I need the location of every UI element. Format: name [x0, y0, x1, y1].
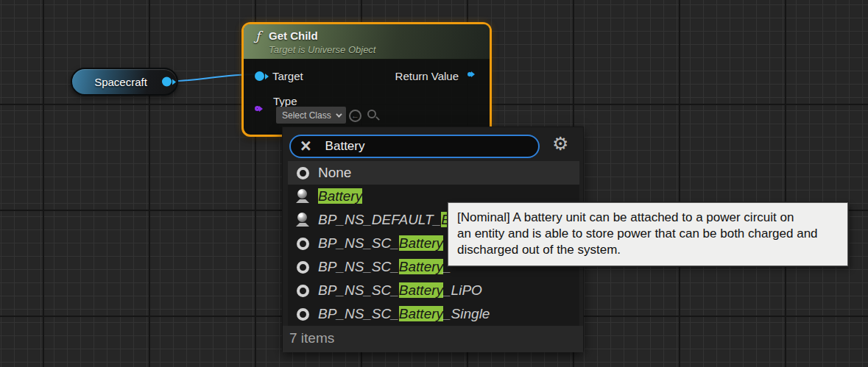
blueprint-watermark: BLUEPRINT	[546, 354, 868, 367]
picker-settings-gear-icon[interactable]: ⚙	[552, 133, 568, 154]
class-option-row[interactable]: BP_NS_SC_Battery_LiPO	[288, 279, 579, 302]
class-option-row[interactable]: BP_NS_SC_Battery_Single	[288, 302, 579, 326]
class-ring-icon	[295, 259, 311, 275]
select-class-label: Select Class	[282, 110, 331, 121]
picker-item-count: 7 items	[283, 326, 583, 352]
return-value-output-pin[interactable]	[467, 72, 472, 76]
chevron-down-icon	[336, 111, 342, 117]
class-search-input[interactable]: × Battery	[289, 135, 540, 158]
tooltip-text: [Nominal] A battery unit can be attached…	[457, 210, 839, 258]
class-option-label: BP_NS_SC_Battery_	[318, 259, 451, 275]
class-ring-icon	[295, 282, 311, 299]
select-class-dropdown[interactable]: Select Class	[276, 107, 346, 124]
spacecraft-variable-node[interactable]: Spacecraft	[71, 68, 178, 96]
pin-wedge	[172, 79, 176, 85]
type-pin-label: Type	[273, 95, 297, 107]
type-input-pin[interactable]	[255, 106, 260, 111]
class-option-label: BP_NS_SC_Battery	[318, 235, 443, 252]
class-option-label: BP_NS_SC_Battery_LiPO	[318, 282, 482, 299]
target-input-pin[interactable]	[255, 71, 264, 81]
clear-search-icon[interactable]: ×	[300, 137, 311, 155]
class-option-label: None	[318, 165, 351, 181]
function-icon: ƒ	[255, 29, 260, 43]
class-option-row[interactable]: None	[288, 161, 579, 185]
get-child-node-header[interactable]: ƒ Get Child Target is Universe Object	[244, 24, 490, 60]
pin-wedge	[259, 106, 263, 112]
use-selected-asset-icon[interactable]: ←	[349, 110, 361, 122]
node-title: Get Child	[269, 29, 318, 42]
spacecraft-node-label: Spacecraft	[94, 76, 147, 88]
spacecraft-output-pin[interactable]	[162, 77, 172, 87]
target-pin-label: Target	[272, 70, 303, 82]
object-orb-icon	[295, 188, 311, 204]
class-ring-icon	[295, 235, 311, 252]
pin-wedge	[471, 71, 475, 77]
blueprint-graph-canvas[interactable]: BLUEPRINT Spacecraft ƒ Get Child Target …	[0, 0, 868, 367]
pin-wedge	[265, 74, 269, 79]
browse-search-icon[interactable]	[367, 110, 376, 118]
class-ring-icon	[295, 165, 311, 181]
tooltip: [Nominal] A battery unit can be attached…	[448, 202, 848, 266]
class-option-label: BP_NS_SC_Battery_Single	[318, 306, 490, 322]
class-ring-icon	[295, 306, 311, 322]
return-value-pin-label: Return Value	[395, 70, 459, 82]
get-child-node[interactable]: ƒ Get Child Target is Universe Object Ta…	[241, 22, 492, 137]
class-option-label: Battery	[318, 188, 362, 204]
search-input-value: Battery	[325, 139, 365, 154]
object-orb-icon	[295, 212, 311, 228]
node-subtitle: Target is Universe Object	[269, 44, 375, 55]
